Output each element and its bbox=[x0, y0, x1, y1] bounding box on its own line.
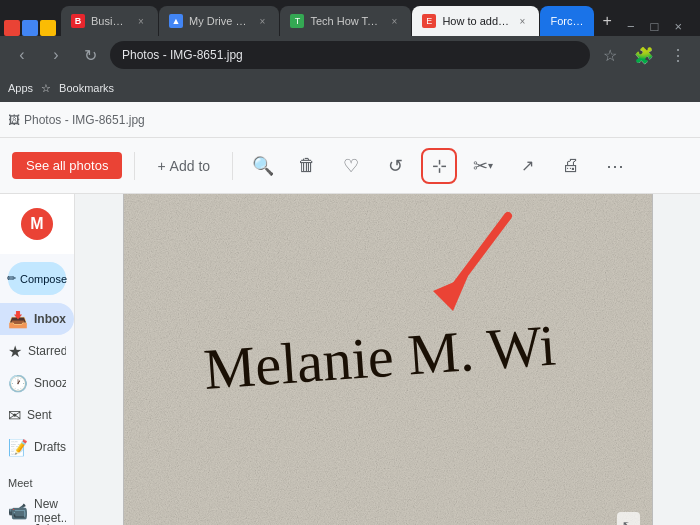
tab-business-insider[interactable]: B Business Insider × bbox=[61, 6, 158, 36]
delete-button[interactable]: 🗑 bbox=[289, 148, 325, 184]
sidebar-item-drafts[interactable]: 📝 Drafts bbox=[0, 431, 74, 463]
expand-icon: ⤡ bbox=[621, 517, 636, 526]
photos-header-row: 🖼 Photos - IMG-8651.jpg bbox=[0, 102, 700, 138]
trash-icon: 🗑 bbox=[298, 155, 316, 176]
window-icon: 🖼 bbox=[8, 113, 20, 127]
drafts-icon: 📝 bbox=[8, 438, 28, 457]
photos-filename-label: Photos - IMG-8651.jpg bbox=[24, 113, 145, 127]
tab-close-icon[interactable]: × bbox=[134, 16, 148, 27]
menu-icon[interactable]: ⋮ bbox=[664, 41, 692, 69]
inbox-label: Inbox bbox=[34, 312, 66, 326]
video-icon: 📹 bbox=[8, 502, 28, 521]
sidebar-item-sent[interactable]: ✉ Sent bbox=[0, 399, 74, 431]
snoozed-icon: 🕐 bbox=[8, 374, 28, 393]
new-meet-label: New meet... bbox=[34, 497, 66, 525]
drafts-label: Drafts bbox=[34, 440, 66, 454]
tab-bar: B Business Insider × ▲ My Drive - Google… bbox=[0, 0, 700, 36]
sidebar-item-snoozed[interactable]: 🕐 Snoozed bbox=[0, 367, 74, 399]
rotate-icon: ↺ bbox=[388, 155, 403, 177]
more-icon: ⋯ bbox=[606, 155, 624, 177]
tab-label: How to add signature in ... bbox=[442, 15, 509, 27]
meet-section-label: Meet bbox=[0, 471, 74, 495]
gmail-header: M bbox=[0, 194, 74, 254]
new-tab-button[interactable]: + bbox=[595, 6, 620, 36]
refresh-button[interactable]: ↻ bbox=[76, 41, 104, 69]
see-all-photos-button[interactable]: See all photos bbox=[12, 152, 122, 179]
edit-button[interactable]: ✂ ▾ bbox=[465, 148, 501, 184]
share-button[interactable]: ↗ bbox=[509, 148, 545, 184]
scissors-icon: ✂ bbox=[473, 155, 488, 177]
photo-frame: Melanie M. Wi ⤡ bbox=[123, 194, 653, 525]
main-area: M ✏ Compose 📥 Inbox ★ Starred 🕐 Snoozed … bbox=[0, 194, 700, 525]
photos-title: 🖼 Photos - IMG-8651.jpg bbox=[8, 113, 145, 127]
favorite-button[interactable]: ♡ bbox=[333, 148, 369, 184]
star-icon: ★ bbox=[8, 342, 22, 361]
minimize-button[interactable]: − bbox=[621, 17, 641, 36]
browser-window: B Business Insider × ▲ My Drive - Google… bbox=[0, 0, 700, 525]
add-to-button[interactable]: + Add to bbox=[147, 152, 220, 180]
bookmark-bar: Apps ☆ Bookmarks bbox=[0, 74, 700, 102]
sent-label: Sent bbox=[27, 408, 52, 422]
bookmark-star[interactable]: ☆ bbox=[41, 82, 51, 95]
sent-icon: ✉ bbox=[8, 406, 21, 425]
more-options-button[interactable]: ⋯ bbox=[597, 148, 633, 184]
bookmark-icon[interactable]: ☆ bbox=[596, 41, 624, 69]
snoozed-label: Snoozed bbox=[34, 376, 66, 390]
compose-button[interactable]: ✏ Compose bbox=[8, 262, 66, 295]
add-icon: + bbox=[157, 158, 165, 174]
tab-close-icon[interactable]: × bbox=[515, 16, 529, 27]
tab-label: Business Insider bbox=[91, 15, 128, 27]
gmail-logo: M bbox=[21, 208, 53, 240]
sidebar-item-new-meeting[interactable]: 📹 New meet... bbox=[0, 495, 74, 525]
zoom-button[interactable]: 🔍 bbox=[245, 148, 281, 184]
heart-icon: ♡ bbox=[343, 155, 359, 177]
sidebar-item-inbox[interactable]: 📥 Inbox bbox=[0, 303, 74, 335]
extensions-icon[interactable]: 🧩 bbox=[630, 41, 658, 69]
window-controls: − □ × bbox=[621, 17, 696, 36]
photos-toolbar: See all photos + Add to 🔍 🗑 ♡ ↺ ⊹ ✂ ▾ ↗ bbox=[0, 138, 700, 194]
red-arrow-svg bbox=[418, 196, 538, 326]
share-icon: ↗ bbox=[521, 156, 534, 175]
address-bar: ‹ › ↻ ☆ 🧩 ⋮ bbox=[0, 36, 700, 74]
signature-image: Melanie M. Wi bbox=[124, 194, 653, 525]
back-button[interactable]: ‹ bbox=[8, 41, 36, 69]
gmail-sidebar: M ✏ Compose 📥 Inbox ★ Starred 🕐 Snoozed … bbox=[0, 194, 75, 525]
tab-label: Force Five bbox=[550, 15, 583, 27]
crop-button[interactable]: ⊹ bbox=[421, 148, 457, 184]
zoom-icon: 🔍 bbox=[252, 155, 274, 177]
forward-button[interactable]: › bbox=[42, 41, 70, 69]
red-arrow-container bbox=[418, 196, 538, 330]
apps-label: Apps bbox=[8, 82, 33, 94]
tab-google-drive[interactable]: ▲ My Drive - Google Drive × bbox=[159, 6, 279, 36]
bookmarks-label: Bookmarks bbox=[59, 82, 114, 94]
tab-label: Tech How To's - Up For D... bbox=[310, 15, 381, 27]
maximize-button[interactable]: □ bbox=[645, 17, 665, 36]
compose-label: Compose bbox=[20, 273, 67, 285]
close-button[interactable]: × bbox=[668, 17, 688, 36]
inbox-icon: 📥 bbox=[8, 310, 28, 329]
rotate-button[interactable]: ↺ bbox=[377, 148, 413, 184]
print-button[interactable]: 🖨 bbox=[553, 148, 589, 184]
expand-button[interactable]: ⤡ bbox=[617, 512, 640, 526]
sidebar-item-starred[interactable]: ★ Starred bbox=[0, 335, 74, 367]
address-input[interactable] bbox=[110, 41, 590, 69]
print-icon: 🖨 bbox=[562, 155, 580, 176]
toolbar-divider-2 bbox=[232, 152, 233, 180]
svg-marker-3 bbox=[433, 276, 468, 311]
compose-icon: ✏ bbox=[7, 272, 16, 285]
tab-label: My Drive - Google Drive bbox=[189, 15, 249, 27]
starred-label: Starred bbox=[28, 344, 66, 358]
add-to-label: Add to bbox=[170, 158, 210, 174]
crop-icon: ⊹ bbox=[432, 155, 447, 177]
tab-force-five[interactable]: Force Five bbox=[540, 6, 593, 36]
tab-how-to-signature[interactable]: E How to add signature in ... × bbox=[412, 6, 539, 36]
tab-close-icon[interactable]: × bbox=[387, 16, 401, 27]
bookmark-apps[interactable]: Apps bbox=[8, 82, 33, 94]
toolbar-divider bbox=[134, 152, 135, 180]
photo-content: Melanie M. Wi ⤡ bbox=[75, 194, 700, 525]
tab-close-icon[interactable]: × bbox=[255, 16, 269, 27]
tab-techhotos[interactable]: T Tech How To's - Up For D... × bbox=[280, 6, 411, 36]
bookmark-bookmarks[interactable]: Bookmarks bbox=[59, 82, 114, 94]
